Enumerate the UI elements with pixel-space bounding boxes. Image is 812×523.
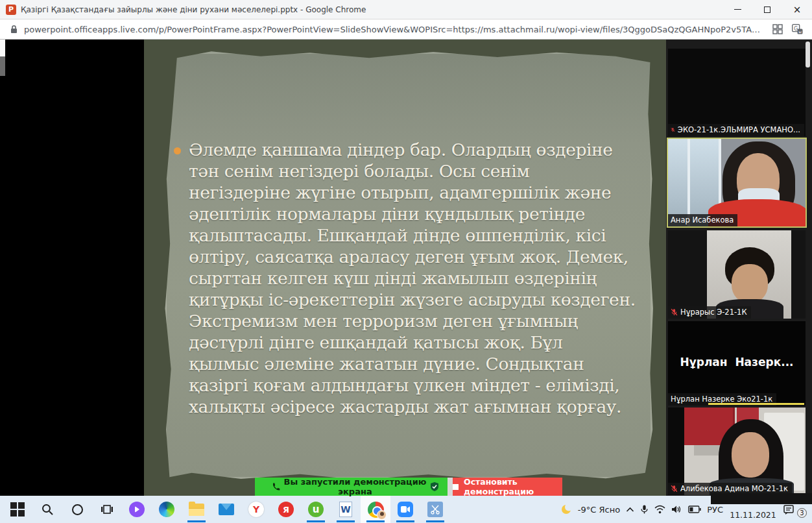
participant-display-name: Нұрлан Назерк... [668,356,806,369]
chevron-up-icon[interactable] [626,507,634,513]
profile-avatar [377,510,387,520]
muted-mic-icon [671,308,678,316]
participant-tile[interactable]: Нұрлан Назерк... Нұрлан Назерке Эко21-1к [668,321,806,406]
stop-share-label: Остановить демонстрацию [464,477,562,496]
word-icon: W [339,502,352,517]
taskbar: Y Я u W -9°C Ясно [0,496,812,523]
svg-text:ы: ы [798,29,802,34]
zoom-app-icon [398,502,413,517]
close-icon: × [793,4,802,16]
share-bar-divider [448,478,453,496]
participant-tile[interactable]: Нұрарыс Э-21-1К [668,230,806,319]
taskbar-item-mail[interactable] [211,496,241,523]
volume-icon[interactable] [671,505,682,514]
participant-tile[interactable]: Алибекова Адина МО-21-1к [668,407,806,495]
participant-video [668,230,806,319]
moon-icon [560,504,572,515]
shield-check-icon [429,481,440,492]
taskbar-item-explorer[interactable] [182,496,211,523]
highlight-underline [708,403,804,405]
taskbar-item-yandex-browser[interactable]: Y [241,496,271,523]
participant-tile[interactable]: ЭКО-21-1к.ЭЛЬМИРА УСМАНО... [668,49,806,136]
yandex-browser-icon: Y [248,502,264,517]
minimize-icon [734,9,741,10]
mail-icon [219,504,234,515]
taskbar-item-chrome[interactable] [361,496,390,523]
search-icon [41,503,54,516]
address-bar[interactable]: powerpoint.officeapps.live.com/p/PowerPo… [0,19,812,40]
apps-grid-icon[interactable] [772,24,783,34]
url-text[interactable]: powerpoint.officeapps.live.com/p/PowerPo… [24,25,763,34]
stop-icon [453,484,459,490]
start-button[interactable] [3,496,32,523]
utorrent-icon: u [308,502,324,517]
powerpoint-favicon-icon: P [6,5,16,15]
slide-text: Әлемде қаншама діндер бар. Олардың өздер… [189,139,636,417]
taskbar-item-zoom[interactable] [390,496,420,523]
chrome-icon [368,502,384,518]
weather-widget[interactable]: -9°C Ясно [578,505,620,515]
battery-icon[interactable] [688,505,701,513]
muted-mic-icon [671,485,678,493]
yandex-icon: Я [278,502,294,517]
background-window-edge [0,40,5,56]
alisa-icon [129,502,145,517]
participant-name: Нұрарыс Э-21-1К [680,308,747,317]
person-face [732,432,769,478]
participant-name: Нұрлан Назерке Эко21-1к [671,395,772,404]
clock-date[interactable]: 11.11.2021 [729,510,777,523]
taskbar-item-alisa[interactable] [122,496,152,523]
taskbar-search-button[interactable] [32,496,62,523]
browser-titlebar: P Қазіргі Қазақстандағы зайырлы және дін… [0,0,812,19]
taskbar-item-utorrent[interactable]: u [301,496,331,523]
windows-logo-icon [10,502,25,517]
zoom-participants-panel: ЭКО-21-1к.ЭЛЬМИРА УСМАНО... Анар Исабеко… [666,40,812,496]
participant-tile[interactable]: Анар Исабекова [667,138,807,228]
maximize-button[interactable] [752,0,782,19]
participant-name: ЭКО-21-1к.ЭЛЬМИРА УСМАНО... [678,125,800,134]
cortana-button[interactable] [62,496,92,523]
window-title: Қазіргі Қазақстандағы зайырлы және діни … [21,5,366,14]
microphone-icon[interactable] [640,504,649,515]
participant-video [668,407,806,495]
file-explorer-icon [189,504,204,516]
circle-icon [72,504,83,515]
window-frame [687,139,690,226]
taskbar-item-yandex[interactable]: Я [271,496,301,523]
muted-mic-icon [671,126,675,134]
notification-count-badge: 3 [797,508,807,518]
person-face [732,264,768,303]
close-button[interactable]: × [782,0,812,19]
notification-icon[interactable] [783,504,794,515]
svg-text:G: G [794,26,798,32]
zoom-panel-corner-overlay [711,493,812,504]
panel-scrollbar[interactable] [806,42,810,67]
maximize-icon [764,6,770,13]
participant-name: Анар Исабекова [671,215,734,225]
slide-bullet-block: Әлемде қаншама діндер бар. Олардың өздер… [174,139,636,417]
participant-video [668,139,806,226]
translate-icon[interactable]: G ы [792,24,803,34]
bullet-icon [174,147,181,154]
screen-share-status-bar: Вы запустили демонстрацию экрана [255,478,448,496]
stop-share-button[interactable]: Остановить демонстрацию [453,478,562,496]
wifi-icon[interactable] [654,505,665,514]
participant-name: Алибекова Адина МО-21-1к [680,484,788,493]
edge-icon [159,502,174,517]
phone-icon [272,482,281,491]
scissors-icon [427,502,443,517]
lock-icon [10,25,18,34]
background-window-edge [0,56,5,76]
taskbar-item-snipping-tool[interactable] [420,496,450,523]
taskbar-item-edge[interactable] [152,496,182,523]
language-indicator[interactable]: РУС [707,505,723,515]
task-view-icon [101,503,113,516]
taskbar-item-word[interactable]: W [331,496,361,523]
share-status-text: Вы запустили демонстрацию экрана [281,477,429,496]
minimize-button[interactable] [722,0,752,19]
task-view-button[interactable] [92,496,122,523]
